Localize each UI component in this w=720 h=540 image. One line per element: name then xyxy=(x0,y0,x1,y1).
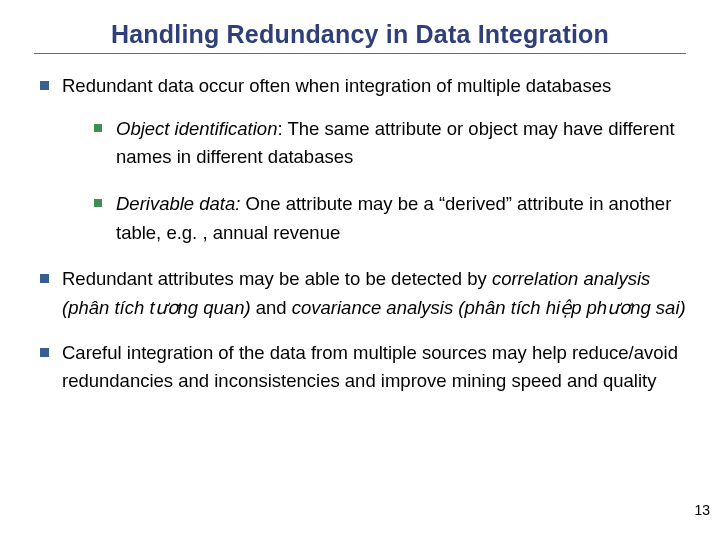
title-underline xyxy=(34,53,686,54)
page-number: 13 xyxy=(694,502,710,518)
slide: Handling Redundancy in Data Integration … xyxy=(0,0,720,540)
bullet-3-text: Careful integration of the data from mul… xyxy=(62,342,678,392)
bullet-2-pre: Redundant attributes may be able to be d… xyxy=(62,268,492,289)
bullet-item-1: Redundant data occur often when integrat… xyxy=(34,72,686,247)
bullet-2-cov: covariance analysis (phân tích hiệp phươ… xyxy=(292,297,686,318)
bullet-list: Redundant data occur often when integrat… xyxy=(34,72,686,396)
sub-item-2: Derivable data: One attribute may be a “… xyxy=(90,190,686,247)
sub-item-1: Object identification: The same attribut… xyxy=(90,115,686,172)
bullet-2-mid: and xyxy=(251,297,292,318)
bullet-item-3: Careful integration of the data from mul… xyxy=(34,339,686,396)
bullet-1-text: Redundant data occur often when integrat… xyxy=(62,75,611,96)
bullet-item-2: Redundant attributes may be able to be d… xyxy=(34,265,686,322)
sub-2-lead: Derivable data: xyxy=(116,193,240,214)
slide-title: Handling Redundancy in Data Integration xyxy=(34,20,686,49)
sub-1-lead: Object identification xyxy=(116,118,277,139)
sub-list-1: Object identification: The same attribut… xyxy=(90,115,686,248)
